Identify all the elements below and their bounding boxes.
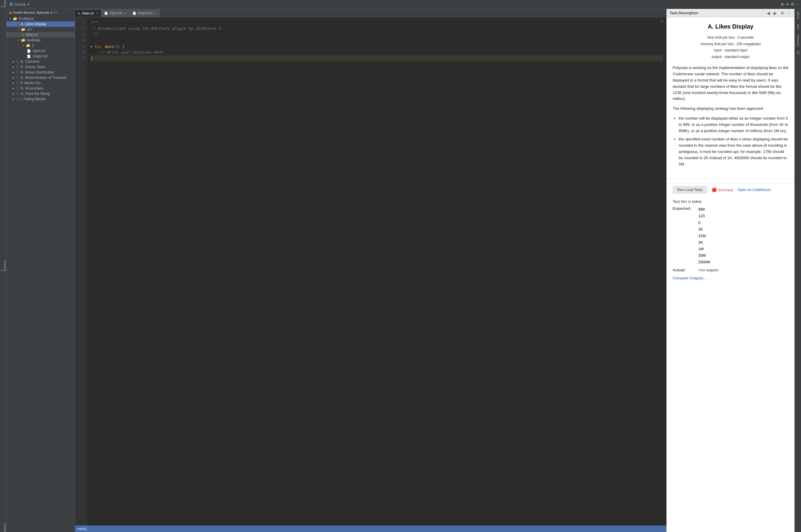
course-title: Course <box>14 2 26 6</box>
tab-input-txt[interactable]: 📄 input.txt ✕ <box>101 9 129 17</box>
task-meta: time limit per test : 3 seconds memory l… <box>673 35 788 60</box>
settings-button[interactable]: ⚙ <box>791 2 795 6</box>
tab-input-close[interactable]: ✕ <box>124 12 126 15</box>
expected-val-2: 123 <box>698 213 710 219</box>
open-codeforces-link[interactable]: Open on Codeforces <box>738 188 771 192</box>
tree-src[interactable]: ▼ 📂 src <box>6 27 75 32</box>
task-panel-title: Task Description <box>670 11 698 15</box>
tree-folder-1[interactable]: ▼ 📁 1 <box>6 43 75 48</box>
tree-item-h[interactable]: ▶ ☐ H. Paint the String <box>6 91 75 96</box>
expected-val-4: 2K <box>698 226 710 233</box>
structure-tool-button[interactable]: 7: Structure <box>0 263 6 269</box>
tree-main-kt[interactable]: K Main.kt <box>6 32 75 37</box>
item-a-label: A. Likes Display <box>21 22 46 26</box>
tab-main-kt-close[interactable]: ✕ <box>96 12 98 15</box>
item-i-checkbox-icon: ☐ <box>16 97 19 101</box>
code-line-6: // Write your solution here <box>91 50 663 55</box>
editor-statusbar: main() <box>75 526 667 532</box>
tree-item-b[interactable]: ▶ ☐ B. Cartoons <box>6 59 75 64</box>
tree-item-d[interactable]: ▶ ☐ D. Bonus Distribution <box>6 70 75 75</box>
compare-outputs-link[interactable]: Compare Outputs... <box>673 276 706 280</box>
tab-output-icon: 📄 <box>132 12 136 15</box>
test-footer: Run Local Tests 🔴 Incorrect Open on Code… <box>667 183 795 196</box>
expected-val-6: 2K <box>698 239 710 246</box>
item-g-arrow-icon: ▶ <box>13 87 15 90</box>
item-e-checkbox-icon: ☐ <box>16 76 19 80</box>
code-content[interactable]: /** * Accomplished using the EduTools pl… <box>87 17 667 526</box>
item-h-arrow-icon: ▶ <box>13 92 15 95</box>
task-settings-button[interactable]: ⚙ <box>779 11 785 16</box>
tab-input-label: input.txt <box>110 11 122 15</box>
code-line-2: * Accomplished using the EduTools plugin… <box>91 25 663 32</box>
item-d-arrow-icon: ▶ <box>13 71 15 74</box>
item-c-arrow-icon: ▶ <box>13 65 15 69</box>
item-d-checkbox-icon: ☐ <box>16 70 19 74</box>
item-e-arrow-icon: ▶ <box>13 76 15 79</box>
tab-output-close[interactable]: ✕ <box>154 12 157 15</box>
tab-main-kt[interactable]: K Main.kt ✕ <box>75 9 101 17</box>
main-kt-label: Main.kt <box>26 33 37 37</box>
actual-section: Actual: <no output> <box>673 268 788 272</box>
test-result: Test №1 is failed Expected: 999 123 0 2K… <box>667 196 795 283</box>
tree-testdata[interactable]: ▼ 📂 testData <box>6 37 75 43</box>
problems-arrow-icon: ▼ <box>9 17 12 20</box>
item-f-arrow-icon: ▶ <box>13 81 15 84</box>
run-local-tests-button[interactable]: Run Local Tests <box>673 186 707 193</box>
code-line-7: } <box>91 55 663 61</box>
item-c-label: C. Dream Team <box>21 65 45 69</box>
testdata-arrow-icon: ▼ <box>17 39 20 42</box>
task-next-button[interactable]: ▶ <box>772 11 778 16</box>
code-editor[interactable]: 1 2 3 4 5 6 7 /** * Accomplished using t… <box>75 17 667 526</box>
course-selector[interactable]: 📘 Course ▼ <box>9 2 30 6</box>
psviewer-button[interactable]: PsiViewer <box>795 32 801 49</box>
tree-item-e[interactable]: ▶ ☐ E. Modernization of Treeland <box>6 75 75 80</box>
tree-output-txt[interactable]: 📄 output.txt <box>6 54 75 59</box>
output-txt-icon: 📄 <box>27 54 31 58</box>
tree-item-g[interactable]: ▶ ☐ G. M-numbers <box>6 86 75 91</box>
item-f-checkbox-icon: ☐ <box>16 81 19 85</box>
tab-input-icon: 📄 <box>104 12 108 15</box>
item-i-label: I. Falling Blocks <box>21 97 45 101</box>
input-txt-icon: 📄 <box>27 49 31 53</box>
task-title: A. Likes Display <box>673 22 788 31</box>
task-output: output : standard output <box>673 54 788 60</box>
tree-item-a[interactable]: ▼ ✖ A. Likes Display <box>6 21 75 27</box>
checkmark-icon: ✓ <box>660 18 664 24</box>
task-description-para2-label: The following displaying strategy has be… <box>673 106 788 112</box>
tab-bar: K Main.kt ✕ 📄 input.txt ✕ 📄 output.txt ✕… <box>75 9 667 17</box>
left-toolbar: 1: Project 7: Structure 2: Favorites <box>0 0 6 532</box>
folder1-label: 1 <box>32 43 34 48</box>
tree-input-txt[interactable]: 📄 input.txt <box>6 48 75 54</box>
minimize-button[interactable]: − <box>796 2 799 6</box>
task-description-para1: Polycarp is working on the implementatio… <box>673 65 788 102</box>
task-prev-button[interactable]: ◀ <box>766 11 771 16</box>
add-button[interactable]: ⊕ <box>781 2 784 6</box>
task-input: input : standard input <box>673 47 788 54</box>
src-label: src <box>27 27 32 32</box>
item-g-label: G. M-numbers <box>21 86 43 91</box>
task-time-limit: time limit per test : 3 seconds <box>673 35 788 41</box>
tree-item-c[interactable]: ▶ ☐ C. Dream Team <box>6 64 75 70</box>
ant-button[interactable]: Ant <box>795 49 801 57</box>
testdata-label: testData <box>27 38 40 42</box>
sync-button[interactable]: ⇌ <box>786 2 789 6</box>
input-txt-label: input.txt <box>33 49 45 53</box>
project-icon: 🗂 <box>9 11 12 14</box>
course-dropdown-icon[interactable]: ▼ <box>27 3 30 6</box>
task-close-button[interactable]: − <box>787 11 791 16</box>
gradle-button[interactable]: Gradle <box>795 9 801 22</box>
tab-main-kt-icon: K <box>78 12 80 15</box>
test-result-title: Test №1 is failed <box>673 200 788 204</box>
project-tool-button[interactable]: 1: Project <box>0 0 6 6</box>
favorites-tool-button[interactable]: 2: Favorites <box>0 526 6 532</box>
tab-output-txt[interactable]: 📄 output.txt ✕ <box>129 9 160 17</box>
course-progress: 0/9 <box>53 11 58 14</box>
task-button[interactable]: Task <box>795 22 801 32</box>
tree-item-i[interactable]: ▶ ☐ I. Falling Blocks <box>6 96 75 102</box>
tree-problems[interactable]: ▼ 📁 Problems <box>6 16 75 21</box>
src-arrow-icon: ▼ <box>17 28 20 31</box>
src-folder-icon: 📂 <box>21 27 25 32</box>
tree-item-f[interactable]: ▶ ☐ F. Movie Fan <box>6 80 75 86</box>
incorrect-badge: 🔴 Incorrect <box>712 187 733 192</box>
task-bullet-1: the number will be displayed either as a… <box>679 115 788 134</box>
